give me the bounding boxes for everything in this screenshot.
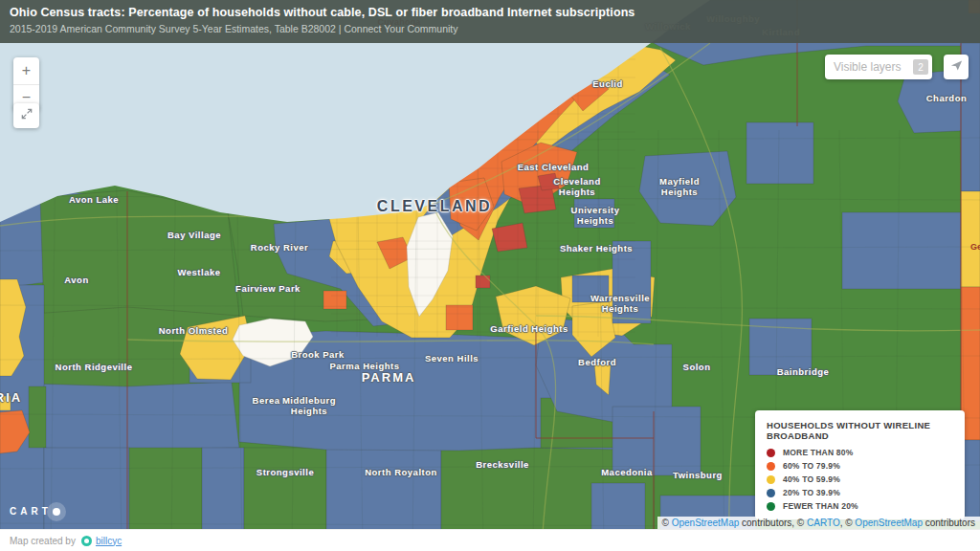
carto-watermark[interactable]: CART: [10, 506, 60, 517]
attribution-text: contributors, ©: [739, 518, 807, 528]
legend-title: HOUSEHOLDS WITHOUT WIRELINE BROADBAND: [767, 420, 953, 441]
legend-row: 60% TO 79.9%: [767, 461, 953, 471]
legend-items: MORE THAN 80%60% TO 79.9%40% TO 59.9%20%…: [767, 448, 953, 511]
attribution-text: ©: [662, 518, 672, 528]
fullscreen-button[interactable]: [13, 103, 39, 128]
footer-prefix: Map created by: [10, 536, 76, 546]
zoom-in-button[interactable]: +: [13, 57, 39, 84]
legend-color-dot: [767, 462, 775, 471]
legend-label: 40% TO 59.9%: [783, 474, 840, 484]
attribution-link[interactable]: OpenStreetMap: [855, 518, 923, 528]
fullscreen-icon: [20, 107, 33, 124]
map-application: CLEVELANDPARMARIACuyahogaGeaugaWillowick…: [0, 0, 980, 551]
paper-plane-icon: [949, 58, 964, 77]
legend-color-dot: [767, 475, 775, 484]
legend-color-dot: [767, 502, 775, 511]
legend-row: 20% TO 39.9%: [767, 488, 953, 497]
page-subtitle: 2015-2019 American Community Survey 5-Ye…: [10, 23, 970, 34]
legend-panel: HOUSEHOLDS WITHOUT WIRELINE BROADBAND MO…: [755, 410, 965, 519]
legend-label: FEWER THAN 20%: [783, 501, 858, 511]
legend-row: MORE THAN 80%: [767, 448, 953, 457]
layer-count-badge: 2: [913, 59, 928, 75]
carto-watermark-text: CART: [10, 506, 52, 517]
attribution-text: contributors: [923, 518, 975, 528]
attribution-link[interactable]: CARTO: [807, 518, 840, 528]
legend-label: 60% TO 79.9%: [783, 461, 840, 471]
layer-selector-placeholder: Visible layers: [834, 60, 913, 74]
legend-row: FEWER THAN 20%: [767, 501, 953, 511]
carto-watermark-o: [53, 508, 60, 516]
share-button[interactable]: [944, 55, 969, 79]
carto-builder-icon: [81, 536, 92, 546]
attribution-text: , ©: [840, 518, 856, 528]
attribution-link[interactable]: OpenStreetMap: [672, 518, 740, 528]
legend-color-dot: [767, 449, 775, 457]
legend-color-dot: [767, 489, 775, 497]
header-bar: Ohio Census tracts: Percentage of househ…: [0, 0, 980, 43]
legend-label: MORE THAN 80%: [783, 448, 853, 457]
author-link[interactable]: billcyc: [96, 536, 122, 546]
footer-bar: Map created by billcyc: [0, 529, 980, 551]
page-title: Ohio Census tracts: Percentage of househ…: [10, 6, 970, 19]
layer-selector[interactable]: Visible layers 2: [825, 55, 932, 79]
legend-label: 20% TO 39.9%: [783, 488, 840, 497]
map-attribution: © OpenStreetMap contributors, © CARTO, ©…: [657, 517, 980, 529]
legend-row: 40% TO 59.9%: [767, 474, 953, 484]
